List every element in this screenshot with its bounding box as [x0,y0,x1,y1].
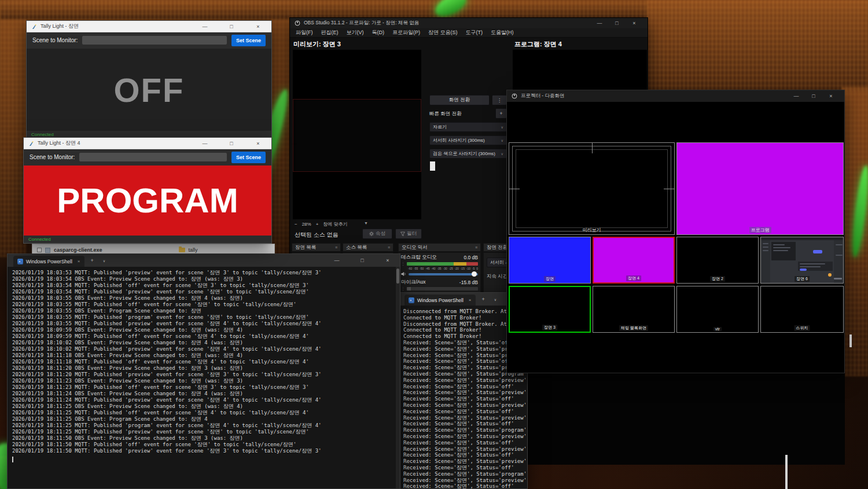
close-icon[interactable]: × [379,255,396,266]
new-tab-button[interactable]: + [88,258,97,263]
menu-item[interactable]: 편집(E) [321,29,339,36]
chevron-down-icon: ∨ [501,125,503,129]
dock-scenes-header[interactable]: 장면 목록 ≡ [292,243,341,252]
volume-slider-knob[interactable] [472,271,477,277]
multiview-scene-cell[interactable]: 장면 2 [676,237,759,284]
tally1-titlebar[interactable]: Tally Light - 장면 — □ × [27,21,271,32]
obs-preview-canvas[interactable] [293,50,421,219]
log-line: Received: Scene='장면', Status='preview' [403,477,527,484]
menu-item[interactable]: 독(D) [372,29,385,36]
tally-window-1[interactable]: Tally Light - 장면 — □ × Scene to Monitor:… [26,20,272,139]
quick-transition-select-1[interactable]: 자르기 ∨ [429,122,507,132]
maximize-icon[interactable]: □ [608,18,626,28]
log-line: 2026/01/19 18:11:25 MQTT: Published 'off… [12,410,400,416]
minimize-icon[interactable]: — [591,18,608,28]
dock-icon[interactable]: ≡ [335,245,337,249]
menu-item[interactable]: 파일(F) [296,29,313,36]
close-icon[interactable]: × [249,21,267,32]
drag-grip-icon[interactable]: ⋮ [401,262,405,266]
multiview-scene-cell[interactable]: vtr [676,286,759,333]
multiview-scene-cell[interactable]: 장면 [509,237,591,284]
folder-label[interactable]: tally [189,247,198,253]
duration-label: 지속 시간 [487,273,507,280]
multiview-scene-cell[interactable]: 장면 3 [509,286,591,333]
file-label[interactable]: casparcg-client.exe [54,247,102,253]
tab-dropdown-button[interactable]: ∨ [491,297,499,302]
tally-window-2[interactable]: Tally Light - 장면 4 — □ × Scene to Monito… [23,137,272,244]
transition-menu-button[interactable]: ⋮ [492,95,507,105]
quick-transition-select-3[interactable]: 검은 색으로 사라지기 (300ms) ∨ [429,149,507,159]
filters-button-label: 필터 [407,230,417,237]
connection-status: Connected [31,132,54,137]
minimize-icon[interactable]: — [196,21,214,32]
dock-transition-title: 장면 전환 [487,244,507,251]
new-tab-button[interactable]: + [479,296,488,302]
log-line: Received: Scene='장면', Status='off' [403,465,527,471]
multiview-program-cell[interactable]: 프로그램 [676,142,844,235]
properties-button[interactable]: 속성 [362,229,392,239]
menu-item[interactable]: 도구(T) [466,29,483,36]
multiview-scene-cell[interactable]: 스위치 [760,286,844,333]
file-icon [45,248,50,253]
maximize-icon[interactable]: □ [223,21,240,32]
volume-slider[interactable] [409,273,478,275]
set-scene-button[interactable]: Set Scene [231,152,266,163]
multiview-preview-cell[interactable]: 미리보기 [509,142,675,235]
speaker-icon[interactable] [401,271,406,277]
menu-item[interactable]: 장면 모음(S) [428,29,458,36]
menu-item[interactable]: 프로파일(P) [392,29,420,36]
log-line: 2026/01/19 18:03:55 MQTT: Published 'pro… [12,314,400,321]
minimize-icon[interactable]: — [196,138,214,149]
maximize-icon[interactable]: □ [354,255,371,266]
log-line: Received: Scene='장면', Status='preview' [403,389,527,396]
maximize-icon[interactable]: □ [805,91,822,101]
meter-tick: -35 [437,267,441,270]
set-scene-button[interactable]: Set Scene [231,35,266,46]
scene-input[interactable] [82,36,227,45]
dock-sources-header[interactable]: 소스 목록 ≡ [343,243,393,252]
multiview-scene-cell[interactable]: 장면 4 [593,237,675,284]
minimize-icon[interactable]: — [788,91,805,101]
multiview-titlebar[interactable]: 프로젝터 - 다중화면 — □ × [507,90,844,102]
filters-button[interactable]: 필터 [395,229,422,239]
terminal-tab[interactable]: >_ Windows PowerShell × [404,295,476,306]
scrollbar-handle[interactable] [430,161,435,171]
powershell-window-1[interactable]: >_ Windows PowerShell × + ∨ — □ × 2026/0… [7,253,400,489]
close-icon[interactable]: × [249,138,267,149]
drag-grip-icon[interactable]: ⋮ [401,286,405,291]
quick-transition-select-2[interactable]: 서서히 사라지기 (300ms) ∨ [429,135,507,145]
multiview-scene-cell[interactable]: 장면 6 [760,237,844,284]
dock-mixer-header[interactable]: 오디오 믹서 ≡ [398,243,481,252]
checkbox[interactable] [37,248,42,252]
transition-button[interactable]: 화면 전환 [429,95,490,105]
minimize-icon[interactable]: — [328,255,345,266]
terminal-scrollbar[interactable] [396,267,400,488]
tab-close-icon[interactable]: × [469,297,472,303]
meter-tick: -40 [431,267,435,270]
zoom-combo-arrow[interactable]: ▼ [364,221,368,225]
terminal-tabbar[interactable]: >_ Windows PowerShell × + ∨ — □ × [8,254,400,267]
dock-icon[interactable]: ≡ [475,245,477,249]
terminal-output[interactable]: 2026/01/19 18:03:53 MQTT: Published 'pre… [8,267,400,488]
close-icon[interactable]: × [626,18,643,28]
center-marker [509,189,520,189]
scene-input[interactable] [79,153,227,161]
maximize-icon[interactable]: □ [223,138,240,149]
multiview-projector-window[interactable]: 프로젝터 - 다중화면 — □ × 미리보기 프로그램 장면 장면 4 장면 2 [506,90,845,373]
menu-item[interactable]: 보기(V) [347,29,364,36]
quick-transition-add-button[interactable]: + [495,108,507,119]
zoom-out-button[interactable]: − [295,222,297,227]
tally2-titlebar[interactable]: Tally Light - 장면 4 — □ × [24,138,271,149]
tab-dropdown-button[interactable]: ∨ [100,259,108,263]
dock-icon[interactable]: ≡ [388,245,390,249]
transition-button-label: 화면 전환 [449,97,470,104]
close-icon[interactable]: × [822,91,840,101]
tab-close-icon[interactable]: × [78,259,80,264]
terminal-tab[interactable]: >_ Windows PowerShell × [13,256,84,267]
scrollbar-handle[interactable] [396,269,399,284]
obs-titlebar[interactable]: OBS Studio 31.1.2 - 프로파일: 가로 - 장면: 제목 없음… [290,18,648,28]
fit-to-window-label[interactable]: 창에 맞추기 [323,221,347,227]
zoom-in-button[interactable]: + [316,222,319,227]
menu-item[interactable]: 도움말(H) [491,29,514,36]
multiview-scene-cell[interactable]: 채팅 블록화면 [593,286,675,333]
